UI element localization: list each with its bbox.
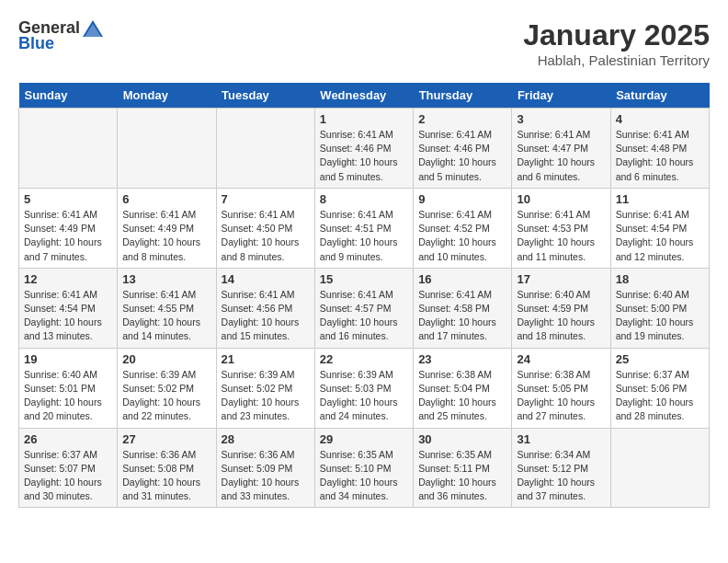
calendar-cell — [610, 428, 709, 508]
day-info: Sunrise: 6:40 AMSunset: 5:01 PMDaylight:… — [24, 368, 112, 424]
logo-blue: Blue — [18, 34, 54, 53]
day-info: Sunrise: 6:41 AMSunset: 4:54 PMDaylight:… — [616, 208, 704, 264]
calendar-cell: 12Sunrise: 6:41 AMSunset: 4:54 PMDayligh… — [19, 268, 118, 348]
day-info: Sunrise: 6:34 AMSunset: 5:12 PMDaylight:… — [517, 448, 605, 504]
day-number: 21 — [222, 352, 310, 366]
calendar-cell: 23Sunrise: 6:38 AMSunset: 5:04 PMDayligh… — [414, 348, 512, 428]
calendar-cell: 13Sunrise: 6:41 AMSunset: 4:55 PMDayligh… — [118, 268, 216, 348]
day-number: 15 — [320, 272, 408, 286]
calendar-cell: 18Sunrise: 6:40 AMSunset: 5:00 PMDayligh… — [610, 268, 709, 348]
day-info: Sunrise: 6:41 AMSunset: 4:51 PMDaylight:… — [320, 208, 408, 264]
day-number: 26 — [24, 432, 112, 446]
header-tuesday: Tuesday — [216, 83, 314, 109]
logo-icon — [83, 20, 103, 37]
day-number: 24 — [517, 352, 605, 366]
day-info: Sunrise: 6:38 AMSunset: 5:04 PMDaylight:… — [418, 368, 506, 424]
day-number: 12 — [24, 272, 112, 286]
day-info: Sunrise: 6:36 AMSunset: 5:09 PMDaylight:… — [222, 448, 310, 504]
calendar-cell: 21Sunrise: 6:39 AMSunset: 5:02 PMDayligh… — [216, 348, 314, 428]
day-number: 4 — [616, 112, 704, 126]
day-number: 18 — [616, 272, 704, 286]
calendar-table: SundayMondayTuesdayWednesdayThursdayFrid… — [18, 83, 710, 508]
day-number: 3 — [517, 112, 605, 126]
day-number: 28 — [222, 432, 310, 446]
calendar-cell — [216, 109, 314, 189]
day-info: Sunrise: 6:40 AMSunset: 4:59 PMDaylight:… — [517, 288, 605, 344]
day-info: Sunrise: 6:41 AMSunset: 4:54 PMDaylight:… — [24, 288, 112, 344]
calendar-cell: 22Sunrise: 6:39 AMSunset: 5:03 PMDayligh… — [314, 348, 413, 428]
week-row-3: 12Sunrise: 6:41 AMSunset: 4:54 PMDayligh… — [19, 268, 710, 348]
day-info: Sunrise: 6:39 AMSunset: 5:03 PMDaylight:… — [320, 368, 408, 424]
calendar-cell: 26Sunrise: 6:37 AMSunset: 5:07 PMDayligh… — [19, 428, 118, 508]
calendar-cell: 27Sunrise: 6:36 AMSunset: 5:08 PMDayligh… — [118, 428, 216, 508]
day-number: 13 — [122, 272, 210, 286]
day-number: 7 — [222, 192, 310, 206]
calendar-cell — [118, 109, 216, 189]
day-number: 22 — [320, 352, 408, 366]
day-info: Sunrise: 6:41 AMSunset: 4:48 PMDaylight:… — [616, 128, 704, 184]
day-info: Sunrise: 6:41 AMSunset: 4:49 PMDaylight:… — [122, 208, 210, 264]
calendar-cell: 8Sunrise: 6:41 AMSunset: 4:51 PMDaylight… — [314, 188, 413, 268]
logo: General Blue — [18, 18, 104, 53]
calendar-cell: 2Sunrise: 6:41 AMSunset: 4:46 PMDaylight… — [414, 109, 512, 189]
calendar-cell: 29Sunrise: 6:35 AMSunset: 5:10 PMDayligh… — [314, 428, 413, 508]
day-number: 14 — [222, 272, 310, 286]
calendar-cell: 3Sunrise: 6:41 AMSunset: 4:47 PMDaylight… — [512, 109, 610, 189]
day-number: 8 — [320, 192, 408, 206]
calendar-cell: 4Sunrise: 6:41 AMSunset: 4:48 PMDaylight… — [610, 109, 709, 189]
week-row-4: 19Sunrise: 6:40 AMSunset: 5:01 PMDayligh… — [19, 348, 710, 428]
header-friday: Friday — [512, 83, 610, 109]
day-info: Sunrise: 6:41 AMSunset: 4:57 PMDaylight:… — [320, 288, 408, 344]
day-info: Sunrise: 6:37 AMSunset: 5:07 PMDaylight:… — [24, 448, 112, 504]
day-info: Sunrise: 6:39 AMSunset: 5:02 PMDaylight:… — [122, 368, 210, 424]
calendar-header-row: SundayMondayTuesdayWednesdayThursdayFrid… — [19, 83, 710, 109]
calendar-cell: 15Sunrise: 6:41 AMSunset: 4:57 PMDayligh… — [314, 268, 413, 348]
day-number: 23 — [418, 352, 506, 366]
day-info: Sunrise: 6:38 AMSunset: 5:05 PMDaylight:… — [517, 368, 605, 424]
header-monday: Monday — [118, 83, 216, 109]
calendar-cell: 20Sunrise: 6:39 AMSunset: 5:02 PMDayligh… — [118, 348, 216, 428]
day-info: Sunrise: 6:41 AMSunset: 4:46 PMDaylight:… — [418, 128, 506, 184]
calendar-cell: 25Sunrise: 6:37 AMSunset: 5:06 PMDayligh… — [610, 348, 709, 428]
calendar-cell: 31Sunrise: 6:34 AMSunset: 5:12 PMDayligh… — [512, 428, 610, 508]
day-number: 1 — [320, 112, 408, 126]
week-row-1: 1Sunrise: 6:41 AMSunset: 4:46 PMDaylight… — [19, 109, 710, 189]
day-info: Sunrise: 6:36 AMSunset: 5:08 PMDaylight:… — [122, 448, 210, 504]
calendar-cell: 10Sunrise: 6:41 AMSunset: 4:53 PMDayligh… — [512, 188, 610, 268]
day-info: Sunrise: 6:41 AMSunset: 4:53 PMDaylight:… — [517, 208, 605, 264]
day-info: Sunrise: 6:41 AMSunset: 4:50 PMDaylight:… — [222, 208, 310, 264]
header-wednesday: Wednesday — [314, 83, 413, 109]
day-number: 6 — [122, 192, 210, 206]
day-number: 25 — [616, 352, 704, 366]
week-row-2: 5Sunrise: 6:41 AMSunset: 4:49 PMDaylight… — [19, 188, 710, 268]
calendar-cell: 17Sunrise: 6:40 AMSunset: 4:59 PMDayligh… — [512, 268, 610, 348]
day-number: 11 — [616, 192, 704, 206]
header-saturday: Saturday — [610, 83, 709, 109]
day-info: Sunrise: 6:41 AMSunset: 4:49 PMDaylight:… — [24, 208, 112, 264]
day-info: Sunrise: 6:41 AMSunset: 4:56 PMDaylight:… — [222, 288, 310, 344]
day-number: 30 — [418, 432, 506, 446]
day-info: Sunrise: 6:39 AMSunset: 5:02 PMDaylight:… — [222, 368, 310, 424]
day-info: Sunrise: 6:41 AMSunset: 4:47 PMDaylight:… — [517, 128, 605, 184]
calendar-cell: 16Sunrise: 6:41 AMSunset: 4:58 PMDayligh… — [414, 268, 512, 348]
day-info: Sunrise: 6:40 AMSunset: 5:00 PMDaylight:… — [616, 288, 704, 344]
calendar-title: January 2025 — [523, 18, 710, 52]
calendar-cell: 1Sunrise: 6:41 AMSunset: 4:46 PMDaylight… — [314, 109, 413, 189]
day-number: 2 — [418, 112, 506, 126]
calendar-cell: 6Sunrise: 6:41 AMSunset: 4:49 PMDaylight… — [118, 188, 216, 268]
day-number: 9 — [418, 192, 506, 206]
day-number: 10 — [517, 192, 605, 206]
day-number: 17 — [517, 272, 605, 286]
day-info: Sunrise: 6:35 AMSunset: 5:11 PMDaylight:… — [418, 448, 506, 504]
day-number: 27 — [122, 432, 210, 446]
day-number: 29 — [320, 432, 408, 446]
page-header: General Blue January 2025 Hablah, Palest… — [18, 18, 710, 68]
calendar-cell: 5Sunrise: 6:41 AMSunset: 4:49 PMDaylight… — [19, 188, 118, 268]
calendar-subtitle: Hablah, Palestinian Territory — [523, 52, 710, 68]
day-info: Sunrise: 6:41 AMSunset: 4:58 PMDaylight:… — [418, 288, 506, 344]
day-number: 5 — [24, 192, 112, 206]
header-thursday: Thursday — [414, 83, 512, 109]
day-number: 20 — [122, 352, 210, 366]
calendar-cell — [19, 109, 118, 189]
calendar-cell: 11Sunrise: 6:41 AMSunset: 4:54 PMDayligh… — [610, 188, 709, 268]
